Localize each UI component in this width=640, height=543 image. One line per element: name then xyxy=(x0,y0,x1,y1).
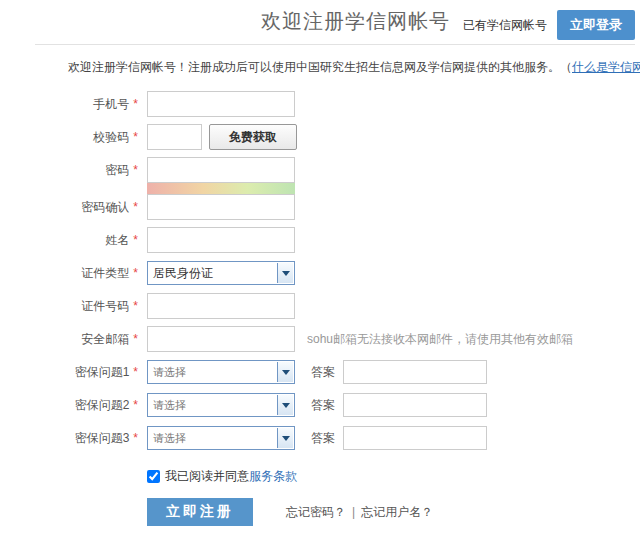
answer-3-label: 答案 xyxy=(311,430,335,447)
required-asterisk: * xyxy=(133,398,138,412)
forgot-links: 忘记密码？|忘记用户名？ xyxy=(286,504,433,521)
answer-1-label: 答案 xyxy=(311,364,335,381)
email-input[interactable] xyxy=(147,326,295,352)
security-question-3-select[interactable]: 请选择 xyxy=(147,426,295,450)
header-divider xyxy=(35,44,635,45)
security-question-1-selected-value: 请选择 xyxy=(148,361,294,383)
forgot-password-link[interactable]: 忘记密码？ xyxy=(286,505,346,519)
header: 欢迎注册学信网帐号 已有学信网帐号 立即登录 xyxy=(0,0,640,44)
phone-row: 手机号 * xyxy=(0,91,640,117)
id-number-input[interactable] xyxy=(147,293,295,319)
required-asterisk: * xyxy=(133,200,138,214)
intro-text-before: 欢迎注册学信网帐号！注册成功后可以使用中国研究生招生信息网及学信网提供的其他服务… xyxy=(68,60,572,74)
phone-input[interactable] xyxy=(147,91,295,117)
chevron-down-icon xyxy=(277,428,293,448)
required-asterisk: * xyxy=(133,97,138,111)
captcha-label: 校验码 * xyxy=(0,129,147,146)
page-title: 欢迎注册学信网帐号 xyxy=(261,8,450,35)
security-question-1-label: 密保问题1 * xyxy=(0,364,147,381)
forgot-username-link[interactable]: 忘记用户名？ xyxy=(361,505,433,519)
get-captcha-button[interactable]: 免费获取 xyxy=(209,124,297,150)
password-confirm-label: 密码确认 * xyxy=(0,199,147,216)
required-asterisk: * xyxy=(133,163,138,177)
answer-2-input[interactable] xyxy=(343,393,487,417)
header-right: 已有学信网帐号 立即登录 xyxy=(463,10,635,40)
security-question-3-label: 密保问题3 * xyxy=(0,430,147,447)
what-is-account-link[interactable]: 什么是学信网帐号？ xyxy=(572,60,640,74)
chevron-down-icon xyxy=(277,362,293,382)
name-input[interactable] xyxy=(147,227,295,253)
security-question-2-label: 密保问题2 * xyxy=(0,397,147,414)
intro-text: 欢迎注册学信网帐号！注册成功后可以使用中国研究生招生信息网及学信网提供的其他服务… xyxy=(68,59,640,76)
security-question-2-select[interactable]: 请选择 xyxy=(147,393,295,417)
email-label: 安全邮箱 * xyxy=(0,331,147,348)
password-input[interactable] xyxy=(147,157,295,183)
id-type-selected-value: 居民身份证 xyxy=(148,262,294,284)
email-note: sohu邮箱无法接收本网邮件，请使用其他有效邮箱 xyxy=(307,331,573,348)
id-number-row: 证件号码 * xyxy=(0,293,640,319)
login-button[interactable]: 立即登录 xyxy=(557,10,635,40)
agreement-row: 我已阅读并同意服务条款 xyxy=(147,468,640,484)
answer-2-label: 答案 xyxy=(311,397,335,414)
required-asterisk: * xyxy=(133,365,138,379)
chevron-down-icon xyxy=(277,263,293,283)
required-asterisk: * xyxy=(133,332,138,346)
required-asterisk: * xyxy=(133,266,138,280)
password-strength-bar xyxy=(147,183,295,194)
security-question-2-selected-value: 请选择 xyxy=(148,394,294,416)
required-asterisk: * xyxy=(133,233,138,247)
password-confirm-row: 密码确认 * xyxy=(0,194,640,220)
password-label: 密码 * xyxy=(0,162,147,179)
email-row: 安全邮箱 * sohu邮箱无法接收本网邮件，请使用其他有效邮箱 xyxy=(0,326,640,352)
password-row: 密码 * xyxy=(0,157,640,183)
id-number-label: 证件号码 * xyxy=(0,298,147,315)
phone-label: 手机号 * xyxy=(0,96,147,113)
captcha-input[interactable] xyxy=(147,124,202,150)
security-question-3-selected-value: 请选择 xyxy=(148,427,294,449)
register-button[interactable]: 立即注册 xyxy=(147,498,253,526)
existing-account-text: 已有学信网帐号 xyxy=(463,17,547,34)
name-row: 姓名 * xyxy=(0,227,640,253)
agreement-text: 我已阅读并同意 xyxy=(165,468,249,485)
required-asterisk: * xyxy=(133,130,138,144)
captcha-row: 校验码 * 免费获取 xyxy=(0,124,640,150)
link-separator: | xyxy=(352,505,355,519)
answer-3-input[interactable] xyxy=(343,426,487,450)
security-question-row-3: 密保问题3 * 请选择 答案 xyxy=(0,425,640,451)
registration-form: 手机号 * 校验码 * 免费获取 密码 * 密码确认 * 姓名 * xyxy=(0,91,640,526)
id-type-label: 证件类型 * xyxy=(0,265,147,282)
name-label: 姓名 * xyxy=(0,232,147,249)
answer-1-input[interactable] xyxy=(343,360,487,384)
security-question-row-2: 密保问题2 * 请选择 答案 xyxy=(0,392,640,418)
password-confirm-input[interactable] xyxy=(147,194,295,220)
id-type-select[interactable]: 居民身份证 xyxy=(147,261,295,285)
terms-link[interactable]: 服务条款 xyxy=(249,468,297,485)
id-type-row: 证件类型 * 居民身份证 xyxy=(0,260,640,286)
submit-row: 立即注册 忘记密码？|忘记用户名？ xyxy=(147,498,640,526)
chevron-down-icon xyxy=(277,395,293,415)
security-question-row-1: 密保问题1 * 请选择 答案 xyxy=(0,359,640,385)
required-asterisk: * xyxy=(133,431,138,445)
security-question-1-select[interactable]: 请选择 xyxy=(147,360,295,384)
agree-checkbox[interactable] xyxy=(147,470,160,483)
required-asterisk: * xyxy=(133,299,138,313)
